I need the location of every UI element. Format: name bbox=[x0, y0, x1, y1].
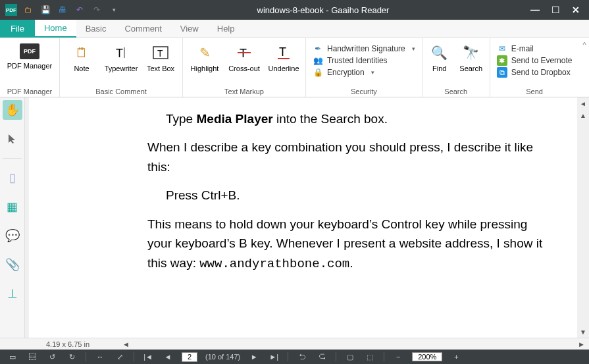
collapse-ribbon-icon[interactable]: ^ bbox=[578, 38, 589, 97]
prev-page-icon[interactable]: ◄ bbox=[162, 351, 174, 362]
email-button[interactable]: ✉ E-mail bbox=[497, 43, 573, 54]
note-button[interactable]: 🗒 Note bbox=[63, 42, 101, 72]
sidebar: ✋ ▯ ▦ 💬 📎 ⊥ bbox=[0, 97, 25, 338]
textbox-button[interactable]: T Text Box bbox=[141, 42, 180, 72]
minimize-button[interactable]: — bbox=[530, 5, 540, 15]
svg-text:T: T bbox=[279, 45, 286, 59]
page-dimensions: 4.19 x 6.75 in bbox=[46, 340, 118, 348]
undo-icon[interactable]: ↶ bbox=[74, 4, 86, 16]
single-page-view-icon[interactable]: ▭ bbox=[7, 351, 18, 362]
encryption-button[interactable]: 🔒 Encryption ▾ bbox=[313, 67, 415, 78]
group-label-pdfmanager: PDF Manager bbox=[3, 86, 57, 97]
pdf-manager-label: PDF Manager bbox=[7, 62, 52, 70]
rotate-cw-icon[interactable]: ↻ bbox=[66, 351, 78, 362]
window-controls: — ☐ ✕ bbox=[521, 5, 589, 15]
pdf-badge-icon[interactable]: PDF bbox=[5, 4, 17, 16]
crossout-button[interactable]: T Cross-out bbox=[225, 42, 263, 72]
svg-text:T: T bbox=[116, 47, 123, 60]
continuous-view-icon[interactable]: ⿳ bbox=[26, 351, 38, 362]
group-label-basiccomment: Basic Comment bbox=[63, 86, 180, 97]
hscroll-right-icon[interactable]: ► bbox=[574, 340, 589, 348]
tab-comment[interactable]: Comment bbox=[115, 20, 170, 38]
print-icon[interactable]: 🖶 bbox=[57, 4, 68, 16]
handwritten-signature-button[interactable]: ✒ Handwritten Signature ▾ bbox=[313, 43, 415, 54]
nav-forward-icon[interactable]: ⮎ bbox=[316, 351, 328, 362]
next-page-icon[interactable]: ► bbox=[248, 351, 260, 362]
find-button[interactable]: 🔍 Find bbox=[425, 42, 454, 72]
doc-paragraph: Press Ctrl+B. bbox=[147, 186, 551, 205]
page-content: Type Media Player into the Search box. W… bbox=[29, 97, 577, 338]
horizontal-ruler: 4.19 x 6.75 in ◄ ► bbox=[0, 338, 589, 350]
fit-width-icon[interactable]: ↔ bbox=[94, 351, 106, 362]
vertical-scrollbar[interactable]: ◄ ▲ ▼ bbox=[577, 97, 589, 338]
scroll-left-icon[interactable]: ◄ bbox=[580, 97, 586, 109]
maximize-button[interactable]: ☐ bbox=[551, 5, 560, 15]
nav-back-icon[interactable]: ⮌ bbox=[296, 351, 308, 362]
trusted-identities-button[interactable]: 👥 Trusted Identities bbox=[313, 55, 415, 66]
group-security: ✒ Handwritten Signature ▾ 👥 Trusted Iden… bbox=[306, 38, 423, 97]
group-label-search: Search bbox=[425, 86, 487, 97]
titlebar: PDF 🗀 💾 🖶 ↶ ↷ ▾ windows-8-ebook - Gaaiho… bbox=[0, 0, 589, 20]
tab-home[interactable]: Home bbox=[35, 20, 76, 38]
dropbox-icon: ⧉ bbox=[497, 67, 507, 78]
statusbar: ▭ ⿳ ↺ ↻ ↔ ⤢ |◄ ◄ (10 of 147) ► ►| ⮌ ⮎ ▢ … bbox=[0, 350, 589, 364]
scroll-up-icon[interactable]: ▲ bbox=[580, 109, 586, 121]
search-button[interactable]: 🔭 Search bbox=[455, 42, 487, 72]
redo-icon[interactable]: ↷ bbox=[91, 4, 103, 16]
attachments-panel-button[interactable]: 📎 bbox=[3, 255, 22, 274]
close-button[interactable]: ✕ bbox=[572, 5, 580, 15]
pointer-tool-button[interactable] bbox=[3, 129, 22, 149]
tab-help[interactable]: Help bbox=[208, 20, 244, 38]
fit-page-icon[interactable]: ⤢ bbox=[114, 351, 126, 362]
tab-view[interactable]: View bbox=[171, 20, 208, 38]
last-page-icon[interactable]: ►| bbox=[268, 351, 280, 362]
typewriter-icon: T bbox=[112, 43, 130, 62]
first-page-icon[interactable]: |◄ bbox=[142, 351, 154, 362]
typewriter-button[interactable]: T Typewriter bbox=[102, 42, 140, 72]
binoculars-icon: 🔭 bbox=[462, 43, 480, 62]
zoom-in-icon[interactable]: + bbox=[450, 351, 462, 362]
hscroll-left-icon[interactable]: ◄ bbox=[118, 340, 134, 348]
qat-dropdown-icon[interactable]: ▾ bbox=[108, 4, 120, 16]
underline-button[interactable]: T Underline bbox=[265, 42, 303, 72]
group-send: ✉ E-mail ✱ Send to Evernote ⧉ Send to Dr… bbox=[490, 38, 579, 97]
doc-paragraph: When I describe a key combination you sh… bbox=[147, 138, 551, 176]
scroll-down-icon[interactable]: ▼ bbox=[580, 326, 586, 338]
send-dropbox-button[interactable]: ⧉ Send to Dropbox bbox=[497, 67, 573, 78]
evernote-icon: ✱ bbox=[497, 55, 507, 66]
chevron-down-icon: ▾ bbox=[412, 45, 415, 52]
page-number-input[interactable] bbox=[182, 352, 197, 362]
lock-icon: 🔒 bbox=[313, 67, 323, 78]
bookmarks-panel-button[interactable]: ▯ bbox=[3, 168, 22, 188]
main-area: ✋ ▯ ▦ 💬 📎 ⊥ Type Media Player into the S… bbox=[0, 97, 589, 338]
actual-size-icon[interactable]: ▢ bbox=[344, 351, 356, 362]
open-icon[interactable]: 🗀 bbox=[22, 4, 34, 16]
pdf-manager-button[interactable]: PDF PDF Manager bbox=[3, 42, 57, 70]
group-label-send: Send bbox=[493, 86, 576, 97]
comments-panel-button[interactable]: 💬 bbox=[3, 226, 22, 246]
tab-basic[interactable]: Basic bbox=[76, 20, 116, 38]
file-menu[interactable]: File bbox=[0, 20, 35, 38]
page-total-label: (10 of 147) bbox=[205, 353, 240, 361]
scroll-track[interactable] bbox=[577, 121, 589, 326]
hand-tool-button[interactable]: ✋ bbox=[3, 100, 22, 120]
doc-paragraph: This means to hold down your keyboard’s … bbox=[147, 215, 551, 274]
group-label-security: Security bbox=[309, 86, 419, 97]
highlight-button[interactable]: ✎ Highlight bbox=[186, 42, 224, 72]
group-textmarkup: ✎ Highlight T Cross-out T Underline Text… bbox=[183, 38, 306, 97]
document-viewport[interactable]: Type Media Player into the Search box. W… bbox=[25, 97, 589, 338]
group-basiccomment: 🗒 Note T Typewriter T Text Box Basic Com… bbox=[60, 38, 183, 97]
textbox-icon: T bbox=[151, 43, 170, 62]
rotate-ccw-icon[interactable]: ↺ bbox=[46, 351, 58, 362]
group-pdfmanager: PDF PDF Manager PDF Manager bbox=[0, 38, 60, 97]
zoom-out-icon[interactable]: − bbox=[392, 351, 404, 362]
underline-icon: T bbox=[274, 43, 293, 62]
stamp-panel-button[interactable]: ⊥ bbox=[3, 284, 22, 303]
send-evernote-button[interactable]: ✱ Send to Evernote bbox=[497, 55, 573, 66]
save-icon[interactable]: 💾 bbox=[39, 4, 51, 16]
zoom-level[interactable]: 200% bbox=[412, 352, 442, 361]
thumbnails-panel-button[interactable]: ▦ bbox=[3, 197, 22, 217]
group-search: 🔍 Find 🔭 Search Search bbox=[423, 38, 490, 97]
find-icon: 🔍 bbox=[430, 43, 449, 62]
fit-visible-icon[interactable]: ⬚ bbox=[364, 351, 376, 362]
